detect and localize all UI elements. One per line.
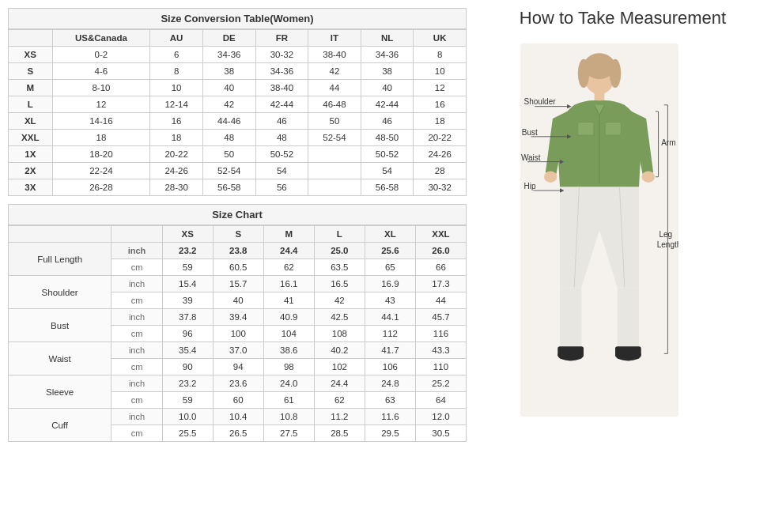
conversion-row: S4-683834-36423810 xyxy=(9,63,467,80)
svg-text:Waist: Waist xyxy=(520,153,540,162)
size-chart-row: Bustinch37.839.440.942.544.145.7 xyxy=(9,309,467,326)
size-header-row: XSSMLXLXXL xyxy=(9,226,467,243)
conversion-header-row: US&CanadaAUDEFRITNLUK xyxy=(9,30,467,47)
conversion-cell: 50-52 xyxy=(361,146,414,163)
measurement-title: How to Take Measurement xyxy=(520,8,726,28)
measure-name: Waist xyxy=(9,342,111,375)
size-value-cell: 25.0 xyxy=(314,243,365,259)
measure-name: Shoulder xyxy=(9,276,111,309)
conversion-cell: 20-22 xyxy=(150,146,203,163)
measure-name: Cuff xyxy=(9,409,111,442)
size-value-cell: 25.6 xyxy=(365,243,415,259)
conversion-cell: 46 xyxy=(255,113,308,130)
conversion-cell: 30-32 xyxy=(255,47,308,63)
measure-name: Full Length xyxy=(9,243,111,276)
person-figure-svg: Shoulder Bust Waist Hip Arm Leg Length xyxy=(520,40,678,420)
conversion-row: M8-10104038-40444012 xyxy=(9,80,467,96)
size-value-cell: 90 xyxy=(162,359,213,375)
size-value-cell: 104 xyxy=(263,326,314,342)
conversion-cell: 48-50 xyxy=(361,130,414,146)
size-value-cell: 63.5 xyxy=(314,259,365,276)
conversion-cell: 8-10 xyxy=(52,80,150,96)
conversion-cell: 50-52 xyxy=(255,146,308,163)
conversion-cell: 38 xyxy=(202,63,255,80)
conversion-header-cell: NL xyxy=(361,30,414,47)
size-value-cell: 23.8 xyxy=(213,243,263,259)
size-value-cell: 59 xyxy=(162,259,213,276)
size-value-cell: 40.2 xyxy=(314,342,365,359)
size-value-cell: 116 xyxy=(415,326,466,342)
size-value-cell: 24.4 xyxy=(263,243,314,259)
size-value-cell: 26.5 xyxy=(213,425,263,442)
size-header-cell: M xyxy=(263,226,314,243)
size-value-cell: 23.2 xyxy=(162,243,213,259)
conversion-cell: 34-36 xyxy=(255,63,308,80)
size-value-cell: 44 xyxy=(415,292,466,309)
svg-rect-7 xyxy=(577,123,593,135)
conversion-cell: 38-40 xyxy=(308,47,361,63)
conversion-cell: 26-28 xyxy=(52,179,150,196)
unit-cell: cm xyxy=(111,292,162,309)
conversion-cell: 18 xyxy=(150,130,203,146)
conversion-cell: 52-54 xyxy=(308,130,361,146)
conversion-cell: 40 xyxy=(361,80,414,96)
conversion-row: 3X26-2828-3056-585656-5830-32 xyxy=(9,179,467,196)
size-value-cell: 61 xyxy=(263,392,314,409)
svg-point-4 xyxy=(577,59,589,88)
size-value-cell: 16.5 xyxy=(314,276,365,292)
size-value-cell: 28.5 xyxy=(314,425,365,442)
conversion-cell: 12-14 xyxy=(150,96,203,113)
size-chart-row: Full Lengthinch23.223.824.425.025.626.0 xyxy=(9,243,467,259)
unit-cell: cm xyxy=(111,259,162,276)
conversion-cell: 42 xyxy=(202,96,255,113)
size-chart-title: Size Chart xyxy=(8,204,467,225)
size-value-cell: 12.0 xyxy=(415,409,466,425)
conversion-cell: 24-26 xyxy=(150,163,203,179)
size-value-cell: 37.0 xyxy=(213,342,263,359)
size-label: 3X xyxy=(9,179,53,196)
conversion-cell: 10 xyxy=(150,80,203,96)
size-label: 2X xyxy=(9,163,53,179)
conversion-cell: 34-36 xyxy=(202,47,255,63)
size-value-cell: 30.5 xyxy=(415,425,466,442)
right-panel: How to Take Measurement xyxy=(467,8,763,524)
conversion-cell: 38 xyxy=(361,63,414,80)
size-header-cell: S xyxy=(213,226,263,243)
size-value-cell: 94 xyxy=(213,359,263,375)
conversion-row: L1212-144242-4446-4842-4416 xyxy=(9,96,467,113)
size-chart-section: Size Chart XSSMLXLXXL Full Lengthinch23.… xyxy=(8,204,467,442)
size-value-cell: 62 xyxy=(263,259,314,276)
size-value-cell: 45.7 xyxy=(415,309,466,326)
conversion-cell: 42-44 xyxy=(255,96,308,113)
svg-text:Length: Length xyxy=(656,240,678,249)
conversion-header-cell: UK xyxy=(414,30,467,47)
size-chart-row: Shoulderinch15.415.716.116.516.917.3 xyxy=(9,276,467,292)
size-value-cell: 108 xyxy=(314,326,365,342)
size-value-cell: 23.2 xyxy=(162,375,213,392)
conversion-cell: 12 xyxy=(52,96,150,113)
conversion-cell: 34-36 xyxy=(361,47,414,63)
size-body: Full Lengthinch23.223.824.425.025.626.0c… xyxy=(9,243,467,442)
svg-rect-14 xyxy=(617,288,638,353)
conversion-cell: 54 xyxy=(255,163,308,179)
size-value-cell: 64 xyxy=(415,392,466,409)
size-label: XL xyxy=(9,113,53,130)
size-value-cell: 15.7 xyxy=(213,276,263,292)
size-value-cell: 24.0 xyxy=(263,375,314,392)
unit-cell: inch xyxy=(111,342,162,359)
conversion-header-cell: DE xyxy=(202,30,255,47)
conversion-cell: 4-6 xyxy=(52,63,150,80)
measurement-figure: Shoulder Bust Waist Hip Arm Leg Length xyxy=(497,40,750,436)
conversion-cell: 50 xyxy=(308,113,361,130)
svg-point-9 xyxy=(544,171,557,183)
conversion-cell: 8 xyxy=(150,63,203,80)
size-value-cell: 65 xyxy=(365,259,415,276)
size-label: S xyxy=(9,63,53,80)
conversion-cell: 46 xyxy=(361,113,414,130)
conversion-cell: 8 xyxy=(414,47,467,63)
conversion-cell: 16 xyxy=(150,113,203,130)
size-value-cell: 40.9 xyxy=(263,309,314,326)
size-value-cell: 110 xyxy=(415,359,466,375)
size-header-cell: XS xyxy=(162,226,213,243)
conversion-cell: 18 xyxy=(52,130,150,146)
